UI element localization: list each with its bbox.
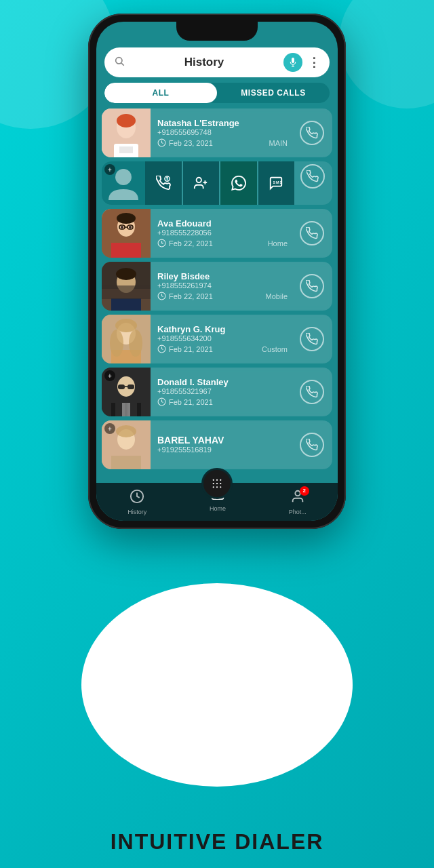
avatar-barel: +: [102, 420, 151, 469]
bottom-nav: History Home: [96, 483, 338, 521]
add-contact-badge-barel: +: [104, 423, 115, 434]
svg-point-58: [216, 479, 218, 481]
phone-notch: [176, 22, 258, 41]
phone-screen: History ⋮ ALL MISSED CALLS: [96, 22, 338, 521]
search-bar[interactable]: History ⋮: [104, 47, 330, 77]
svg-point-7: [117, 114, 136, 127]
contact-card-natasha[interactable]: Natasha L'Estrange +918555695748 Feb 23,…: [102, 108, 332, 157]
contact-date-natasha: Feb 23, 2021: [169, 139, 213, 147]
avatar-natasha: [102, 108, 151, 157]
contact-info-kathryn: Kathryn G. Krug +918555634200 Feb 21, 20…: [151, 319, 297, 360]
contact-expanded-row: +: [102, 161, 332, 205]
contact-date-riley: Feb 22, 2021: [169, 292, 213, 300]
history-nav-label: History: [127, 509, 146, 515]
dialpad-button[interactable]: [201, 468, 233, 499]
svg-point-57: [213, 479, 214, 481]
add-contact-badge-donald: +: [104, 370, 115, 381]
svg-point-61: [216, 483, 218, 484]
svg-rect-21: [111, 243, 141, 258]
svg-point-62: [220, 483, 221, 484]
bg-decor-circle-bottom: [81, 583, 353, 787]
svg-point-41: [129, 330, 142, 357]
svg-point-65: [220, 486, 221, 488]
search-icon: [114, 56, 125, 69]
call-history-icon-natasha: [157, 138, 166, 149]
mic-button[interactable]: [283, 53, 302, 72]
call-button-donald[interactable]: [297, 377, 327, 407]
svg-rect-51: [122, 403, 130, 416]
svg-point-33: [116, 268, 136, 280]
contact-card-kathryn[interactable]: Kathryn G. Krug +918555634200 Feb 21, 20…: [102, 315, 332, 363]
svg-rect-32: [111, 298, 141, 311]
contact-card-barel[interactable]: + BAREL YAHAV +919255516819: [102, 420, 332, 469]
contact-name-kathryn: Kathryn G. Krug: [157, 324, 290, 334]
call-button-ava[interactable]: [297, 218, 327, 248]
svg-point-23: [121, 226, 123, 229]
nav-history[interactable]: History: [127, 489, 146, 515]
action-info-button[interactable]: [145, 161, 182, 205]
call-button-barel[interactable]: [297, 430, 327, 460]
svg-point-56: [116, 425, 136, 437]
contact-info-natasha: Natasha L'Estrange +918555695748 Feb 23,…: [151, 113, 297, 154]
svg-point-60: [213, 483, 214, 484]
contact-card-riley[interactable]: Riley Bisdee +918555261974 Feb 22, 2021 …: [102, 262, 332, 311]
action-buttons-row: SMS: [145, 161, 332, 205]
avatar-kathryn: [102, 315, 151, 363]
svg-point-40: [110, 330, 123, 357]
contact-card-ava[interactable]: Ava Edouard +918555228056 Feb 22, 2021: [102, 209, 332, 258]
call-button-riley[interactable]: [297, 271, 327, 301]
contact-date-ava: Feb 22, 2021: [169, 239, 213, 248]
svg-rect-9: [119, 146, 133, 153]
contact-info-donald: Donald I. Stanley +918555321967 Feb 21, …: [151, 372, 297, 413]
svg-point-14: [167, 177, 167, 178]
contact-name-natasha: Natasha L'Estrange: [157, 118, 290, 128]
contact-card-donald[interactable]: +: [102, 368, 332, 416]
svg-point-24: [129, 226, 132, 229]
contact-number-riley: +918555261974: [157, 281, 290, 290]
contact-name-riley: Riley Bisdee: [157, 271, 290, 281]
call-history-icon-kathryn: [157, 344, 166, 355]
tab-missed[interactable]: MISSED CALLS: [217, 83, 330, 103]
svg-rect-47: [127, 384, 134, 389]
svg-point-63: [213, 486, 214, 488]
svg-point-15: [197, 178, 201, 182]
action-sms-button[interactable]: SMS: [258, 161, 295, 205]
action-add-contact-button[interactable]: [183, 161, 220, 205]
contact-info-ava: Ava Edouard +918555228056 Feb 22, 2021: [151, 213, 297, 254]
more-menu-button[interactable]: ⋮: [308, 55, 320, 70]
nav-photos[interactable]: 2 Phot...: [289, 489, 307, 515]
call-button-kathryn[interactable]: [297, 324, 327, 354]
svg-rect-2: [292, 58, 294, 63]
svg-point-0: [116, 58, 122, 64]
contact-name-ava: Ava Edouard: [157, 218, 290, 229]
contact-number-ava: +918555228056: [157, 229, 290, 237]
contact-number-natasha: +918555695748: [157, 128, 290, 136]
tab-bar: ALL MISSED CALLS: [104, 83, 330, 103]
search-title: History: [130, 56, 278, 69]
svg-point-22: [117, 213, 136, 224]
action-whatsapp-button[interactable]: [220, 161, 257, 205]
bg-decor-circle-tr: [339, 0, 434, 108]
contact-date-kathryn: Feb 21, 2021: [169, 345, 213, 353]
contact-info-barel: BAREL YAHAV +919255516819: [151, 429, 297, 461]
history-nav-icon: [130, 489, 144, 507]
contact-list: Natasha L'Estrange +918555695748 Feb 23,…: [96, 108, 338, 483]
contact-label-riley: Mobile: [266, 292, 290, 300]
call-button-unknown[interactable]: [296, 161, 330, 191]
contact-label-ava: Home: [268, 239, 290, 248]
svg-line-1: [121, 63, 124, 66]
avatar-donald: +: [102, 368, 151, 416]
contact-number-barel: +919255516819: [157, 446, 290, 454]
contact-name-barel: BAREL YAHAV: [157, 435, 290, 446]
contact-number-kathryn: +918555634200: [157, 334, 290, 342]
app-background: History ⋮ ALL MISSED CALLS: [0, 0, 434, 868]
avatar-riley: [102, 262, 151, 311]
svg-rect-34: [102, 285, 151, 299]
avatar-ava: [102, 209, 151, 258]
contact-label-kathryn: Custom: [262, 345, 290, 353]
call-button-natasha[interactable]: [297, 118, 327, 148]
call-history-icon-riley: [157, 292, 166, 302]
call-history-icon-donald: [157, 397, 166, 408]
home-nav-label: Home: [210, 505, 226, 512]
tab-all[interactable]: ALL: [104, 83, 217, 103]
